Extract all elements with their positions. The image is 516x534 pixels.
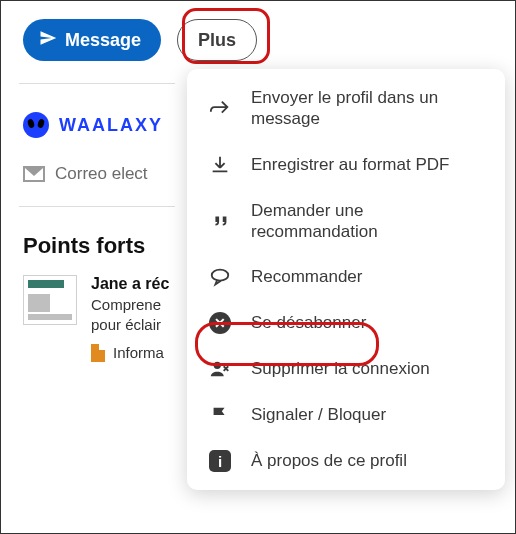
menu-item-request-reco[interactable]: Demander une recommandation — [187, 188, 505, 255]
svg-point-1 — [214, 362, 221, 369]
svg-point-0 — [212, 270, 229, 281]
card-info: Informa — [113, 344, 164, 361]
menu-item-recommend[interactable]: Recommander — [187, 254, 505, 300]
doc-icon — [91, 344, 105, 362]
company-name: WAALAXY — [59, 115, 163, 136]
email-label: Correo elect — [55, 164, 148, 184]
send-icon — [39, 29, 57, 52]
download-icon — [207, 154, 233, 176]
menu-item-about-profile[interactable]: i À propos de ce profil — [187, 438, 505, 484]
quote-icon — [207, 210, 233, 232]
article-thumb — [23, 275, 77, 325]
menu-label: Se désabonner — [251, 312, 485, 333]
plus-button[interactable]: Plus — [177, 19, 257, 61]
share-arrow-icon — [207, 97, 233, 119]
menu-label: Supprimer la connexion — [251, 358, 485, 379]
speech-icon — [207, 266, 233, 288]
menu-label: Envoyer le profil dans un message — [251, 87, 485, 130]
envelope-icon — [23, 166, 45, 182]
menu-label: Demander une recommandation — [251, 200, 485, 243]
menu-item-remove-connection[interactable]: Supprimer la connexion — [187, 346, 505, 392]
menu-item-report-block[interactable]: Signaler / Bloquer — [187, 392, 505, 438]
menu-item-unfollow[interactable]: ✕ Se désabonner — [187, 300, 505, 346]
menu-item-save-pdf[interactable]: Enregistrer au format PDF — [187, 142, 505, 188]
menu-item-send-profile[interactable]: Envoyer le profil dans un message — [187, 75, 505, 142]
plus-dropdown: Envoyer le profil dans un message Enregi… — [187, 69, 505, 490]
message-button[interactable]: Message — [23, 19, 161, 61]
message-button-label: Message — [65, 30, 141, 51]
menu-label: Signaler / Bloquer — [251, 404, 485, 425]
x-circle-icon: ✕ — [207, 312, 233, 334]
plus-button-label: Plus — [198, 30, 236, 50]
info-icon: i — [207, 450, 233, 472]
alien-icon — [23, 112, 49, 138]
menu-label: Enregistrer au format PDF — [251, 154, 485, 175]
menu-label: Recommander — [251, 266, 485, 287]
flag-icon — [207, 404, 233, 426]
user-remove-icon — [207, 358, 233, 380]
menu-label: À propos de ce profil — [251, 450, 485, 471]
